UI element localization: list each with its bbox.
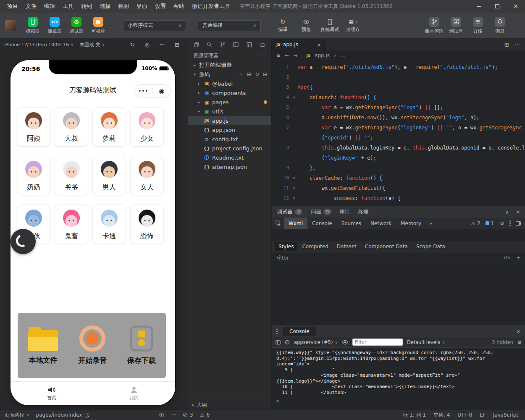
styles-tab-scope-data[interactable]: Scope Data: [412, 242, 449, 251]
context-select[interactable]: appservice (#5) ∨: [294, 339, 338, 345]
simulator-button[interactable]: 模拟器: [22, 17, 44, 34]
error-count-badge[interactable]: 3: [183, 412, 193, 418]
version-manage-button[interactable]: 版本管理: [423, 17, 445, 34]
menu-item[interactable]: 文件: [22, 0, 40, 13]
devtools-tab-sources[interactable]: Sources: [337, 218, 366, 229]
tree-item[interactable]: ▸▣utils: [188, 107, 271, 116]
warning-badge[interactable]: ⚠ 2: [471, 220, 480, 226]
status-item[interactable]: 行 1, 列 1: [403, 412, 426, 419]
cloud-icon[interactable]: [260, 42, 265, 47]
styles-tab-styles[interactable]: Styles: [275, 242, 297, 251]
devtools-tab-network[interactable]: Network: [366, 218, 396, 229]
console-tab[interactable]: Console: [283, 327, 316, 336]
status-item[interactable]: LF: [480, 412, 486, 419]
voice-card[interactable]: 大叔: [55, 107, 88, 147]
test-account-button[interactable]: 测试号: [445, 17, 467, 34]
refresh-icon[interactable]: ↻: [130, 42, 135, 48]
breadcrumb-more[interactable]: …: [340, 52, 345, 58]
close-tab-icon[interactable]: ×: [317, 42, 321, 48]
code-area[interactable]: 1var a = require("./utils/md5.js"), e = …: [272, 60, 525, 203]
tree-item[interactable]: JSapp.js: [188, 116, 271, 125]
status-item[interactable]: UTF-8: [457, 412, 472, 419]
sidebar-toggle-icon[interactable]: [276, 340, 281, 345]
start-record-button[interactable]: 开始录音: [78, 326, 107, 365]
new-folder-icon[interactable]: ⊞: [247, 71, 251, 77]
status-item[interactable]: JavaScript: [493, 412, 518, 419]
fold-icon[interactable]: ∨: [291, 183, 297, 193]
voice-card[interactable]: 鬼畜: [55, 205, 88, 244]
copy-icon[interactable]: [194, 42, 199, 47]
minimize-button[interactable]: [470, 0, 488, 13]
inspect-element-icon[interactable]: [272, 218, 284, 229]
tree-item[interactable]: ⓘReadme.txt: [188, 153, 271, 162]
menu-item[interactable]: 帮助: [170, 0, 188, 13]
clear-console-icon[interactable]: [285, 340, 290, 345]
more-tabs-icon[interactable]: »: [426, 220, 436, 226]
fold-icon[interactable]: ∨: [291, 173, 297, 183]
log-levels-select[interactable]: Default levels ∨: [407, 339, 445, 345]
console-filter-input[interactable]: [352, 339, 403, 346]
voice-card[interactable]: 奶奶: [17, 156, 50, 195]
menu-item[interactable]: 选择: [96, 0, 114, 13]
close-panel-icon[interactable]: ×: [516, 209, 520, 215]
voice-card[interactable]: 卡通: [92, 205, 126, 244]
devtools-tab-console[interactable]: Console: [307, 218, 337, 229]
warning-count-badge[interactable]: ⚠ 6: [200, 412, 210, 418]
save-download-button[interactable]: 保存下载: [127, 326, 156, 365]
hot-reload-toggle[interactable]: 热重载 关 ∨: [80, 42, 105, 48]
devtools-tab-memory[interactable]: Memory: [396, 218, 426, 229]
menu-item[interactable]: 编辑: [40, 0, 59, 13]
tab-mine[interactable]: 我的: [93, 382, 175, 405]
split-icon[interactable]: [233, 42, 239, 47]
panel-tab-4[interactable]: 终端: [358, 208, 368, 215]
menu-item[interactable]: 微信开发者工具: [188, 0, 234, 13]
gear-icon[interactable]: ⚙: [500, 220, 504, 226]
compile-mode-select[interactable]: 普通编译 ∨: [198, 20, 261, 31]
tab-home[interactable]: 首页: [10, 382, 93, 405]
tree-item[interactable]: ▸▣components: [188, 88, 271, 97]
collapse-panel-icon[interactable]: ∧: [505, 209, 509, 215]
panel-tab-3[interactable]: 输出: [340, 208, 350, 215]
device-select[interactable]: iPhone 12/13 (Pro) 100% 16 ∨: [4, 42, 74, 47]
refresh-icon[interactable]: ↻: [255, 71, 259, 77]
page-path-select[interactable]: 页面路径 ∨: [4, 412, 29, 419]
copy-icon[interactable]: [84, 412, 89, 418]
statusbar-more-icon[interactable]: ···: [171, 412, 176, 418]
visual-button[interactable]: ▦可视化: [87, 17, 109, 34]
list-icon[interactable]: ≡: [276, 52, 281, 58]
panel-tab-1[interactable]: 调试器2: [277, 208, 302, 215]
record-icon[interactable]: ◎: [144, 42, 149, 48]
styles-filter-input[interactable]: [276, 255, 499, 261]
editor-more-icon[interactable]: ···: [515, 42, 520, 48]
frame-icon[interactable]: ▭: [160, 42, 165, 48]
back-icon[interactable]: ←: [285, 52, 289, 58]
breadcrumb-file[interactable]: app.js: [315, 52, 330, 58]
debugger-button[interactable]: ⚙调试器: [66, 17, 87, 34]
console-settings-icon[interactable]: ⚙: [517, 339, 522, 345]
status-item[interactable]: 空格: 4: [433, 412, 450, 419]
drawer-menu-icon[interactable]: [276, 329, 278, 330]
styles-tab-computed[interactable]: Computed: [298, 242, 332, 251]
tree-item[interactable]: ▸▣@babel: [188, 79, 271, 88]
menu-item[interactable]: 工具: [59, 0, 77, 13]
voice-card[interactable]: 女人: [130, 156, 164, 195]
close-button[interactable]: ×: [507, 0, 525, 13]
compile-button[interactable]: ↻编译: [272, 18, 294, 33]
branch-icon[interactable]: [220, 42, 226, 47]
tree-item[interactable]: {}sitemap.json: [188, 162, 271, 171]
tree-item[interactable]: {}app.json: [188, 125, 271, 134]
split-editor-icon[interactable]: ⊞: [504, 42, 509, 48]
messages-button[interactable]: 消息: [489, 17, 511, 34]
fold-icon[interactable]: ∨: [291, 193, 297, 203]
forward-icon[interactable]: →: [293, 52, 297, 58]
floating-ball-button[interactable]: [10, 229, 36, 254]
maximize-button[interactable]: [488, 0, 507, 13]
wxml-tree-area[interactable]: [272, 229, 525, 241]
pkg-icon[interactable]: [247, 42, 252, 47]
menu-item[interactable]: 项目: [3, 0, 22, 13]
tab-appjs[interactable]: JS app.js ×: [272, 39, 326, 50]
tree-item[interactable]: ▸▣pages: [188, 97, 271, 107]
tree-item[interactable]: ▾源码+⊞↻⊟: [188, 70, 271, 79]
explorer-more-icon[interactable]: ···: [260, 52, 266, 58]
preview-button[interactable]: 预览: [295, 18, 317, 33]
